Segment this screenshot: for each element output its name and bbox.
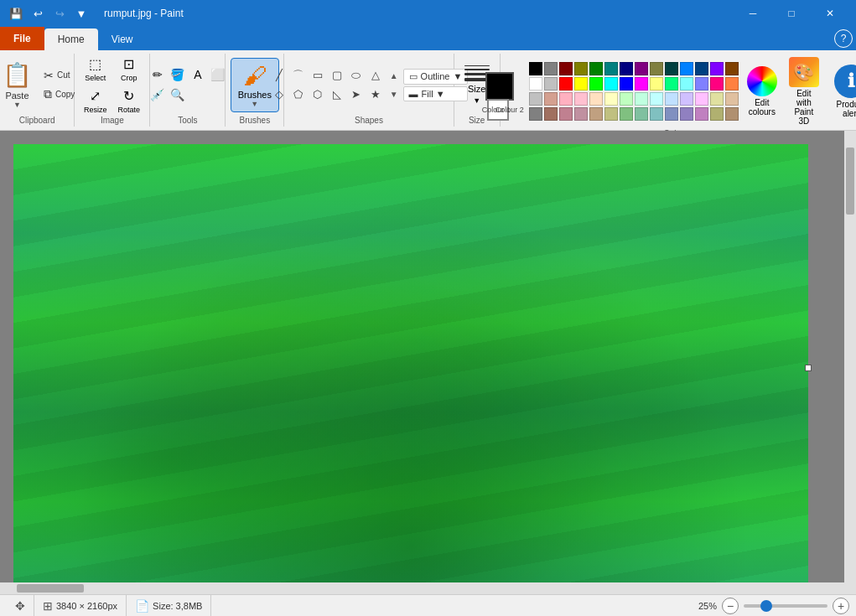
shape-arrow[interactable]: ➤ (347, 85, 366, 104)
shapes-down-btn[interactable]: ▼ (388, 85, 400, 102)
palette-swatch-r2-c11[interactable] (680, 77, 693, 91)
palette-swatch-r1-c7[interactable] (620, 62, 633, 75)
palette-swatch-extra-r2-c5[interactable] (589, 107, 603, 121)
tab-file[interactable]: File (0, 27, 44, 50)
close-button[interactable]: ✕ (811, 0, 849, 27)
palette-swatch-extra-r1-c11[interactable] (680, 92, 693, 106)
palette-swatch-r2-c3[interactable] (559, 77, 573, 91)
palette-swatch-r1-c8[interactable] (635, 62, 648, 75)
palette-swatch-r1-c9[interactable] (650, 62, 663, 75)
text-tool[interactable]: A (189, 65, 207, 84)
resize-button[interactable]: ⤢ Resize (80, 85, 112, 116)
select-button[interactable]: ⬚ Select (80, 54, 112, 84)
palette-swatch-extra-r2-c10[interactable] (665, 107, 678, 121)
palette-swatch-r1-c12[interactable] (695, 62, 708, 75)
palette-swatch-r2-c8[interactable] (635, 77, 648, 91)
edit-with-paint3d-button[interactable]: 🎨 Edit with Paint 3D (786, 54, 822, 129)
palette-swatch-extra-r2-c1[interactable] (529, 107, 542, 121)
palette-swatch-extra-r1-c12[interactable] (695, 92, 708, 106)
palette-swatch-r2-c5[interactable] (589, 77, 603, 91)
tab-home[interactable]: Home (44, 28, 98, 50)
palette-swatch-r1-c2[interactable] (544, 62, 558, 75)
palette-swatch-extra-r2-c11[interactable] (680, 107, 693, 121)
scrollbar-thumb-vertical[interactable] (846, 148, 854, 215)
fill-tool[interactable]: 🪣 (169, 65, 187, 84)
palette-swatch-r2-c10[interactable] (665, 77, 678, 91)
palette-swatch-r2-c9[interactable] (650, 77, 663, 91)
palette-swatch-r2-c6[interactable] (604, 77, 618, 91)
palette-swatch-r2-c1[interactable] (529, 77, 542, 91)
maximize-button[interactable]: □ (772, 0, 811, 27)
palette-swatch-extra-r1-c13[interactable] (710, 92, 724, 106)
palette-swatch-r1-c4[interactable] (574, 62, 588, 75)
scrollbar-horizontal[interactable] (0, 582, 844, 594)
palette-swatch-extra-r1-c14[interactable] (725, 92, 739, 106)
cut-button[interactable]: ✂ Cut (40, 67, 78, 84)
shape-diamond[interactable]: ◇ (270, 85, 288, 104)
palette-swatch-extra-r1-c2[interactable] (544, 92, 558, 106)
palette-swatch-extra-r2-c2[interactable] (544, 107, 558, 121)
zoom-slider[interactable] (744, 604, 827, 608)
palette-swatch-extra-r1-c7[interactable] (620, 92, 633, 106)
shape-right-triangle[interactable]: ◺ (328, 85, 346, 104)
palette-swatch-extra-r1-c9[interactable] (650, 92, 663, 106)
color-picker-tool[interactable]: 💉 (148, 85, 167, 104)
undo-quick-btn[interactable]: ↩ (29, 4, 47, 23)
palette-swatch-r1-c5[interactable] (589, 62, 603, 75)
palette-swatch-extra-r1-c8[interactable] (635, 92, 648, 106)
shape-ellipse[interactable]: ⬭ (347, 66, 366, 85)
palette-swatch-r2-c7[interactable] (620, 77, 633, 91)
palette-swatch-r1-c11[interactable] (680, 62, 693, 75)
eraser-tool[interactable]: ⬜ (209, 65, 227, 84)
palette-swatch-extra-r1-c1[interactable] (529, 92, 542, 106)
palette-swatch-r1-c6[interactable] (604, 62, 618, 75)
palette-swatch-extra-r2-c3[interactable] (559, 107, 573, 121)
scrollbar-vertical[interactable] (844, 131, 856, 582)
zoom-slider-thumb[interactable] (760, 600, 772, 612)
palette-swatch-r1-c14[interactable] (725, 62, 739, 75)
shape-triangle[interactable]: △ (366, 66, 385, 85)
shape-rect[interactable]: ▭ (309, 66, 327, 85)
palette-swatch-r2-c14[interactable] (725, 77, 739, 91)
zoom-in-button[interactable]: + (833, 598, 849, 614)
palette-swatch-extra-r1-c4[interactable] (574, 92, 588, 106)
edit-colours-button[interactable]: Edit colours (744, 63, 781, 120)
palette-swatch-extra-r2-c12[interactable] (695, 107, 708, 121)
shape-curve[interactable]: ⌒ (289, 66, 308, 85)
palette-swatch-r1-c10[interactable] (665, 62, 678, 75)
palette-swatch-extra-r2-c4[interactable] (574, 107, 588, 121)
copy-button[interactable]: ⧉ Copy (40, 85, 78, 103)
palette-swatch-r2-c4[interactable] (574, 77, 588, 91)
palette-swatch-extra-r1-c6[interactable] (604, 92, 618, 106)
palette-swatch-extra-r2-c6[interactable] (604, 107, 618, 121)
save-quick-btn[interactable]: 💾 (7, 4, 25, 23)
palette-swatch-extra-r1-c5[interactable] (589, 92, 603, 106)
palette-swatch-r2-c13[interactable] (710, 77, 724, 91)
palette-swatch-r1-c3[interactable] (559, 62, 573, 75)
palette-swatch-extra-r2-c7[interactable] (620, 107, 633, 121)
help-button[interactable]: ? (834, 29, 853, 48)
palette-swatch-extra-r2-c9[interactable] (650, 107, 663, 121)
crop-button[interactable]: ⊡ Crop (113, 54, 145, 84)
palette-swatch-extra-r2-c14[interactable] (725, 107, 739, 121)
shapes-up-btn[interactable]: ▲ (388, 67, 400, 84)
pencil-tool[interactable]: ✏ (148, 65, 167, 84)
canvas-image[interactable] (13, 144, 808, 591)
shape-pentagon[interactable]: ⬠ (289, 85, 308, 104)
palette-swatch-r1-c1[interactable] (529, 62, 542, 75)
shape-hexagon[interactable]: ⬡ (309, 85, 327, 104)
palette-swatch-extra-r1-c10[interactable] (665, 92, 678, 106)
palette-swatch-r2-c2[interactable] (544, 77, 558, 91)
shape-roundrect[interactable]: ▢ (328, 66, 346, 85)
dropdown-quick-btn[interactable]: ▼ (72, 4, 91, 23)
scrollbar-thumb-horizontal[interactable] (17, 584, 84, 593)
resize-handle-rm[interactable] (805, 365, 812, 371)
zoom-out-button[interactable]: − (722, 598, 739, 614)
palette-swatch-extra-r1-c3[interactable] (559, 92, 573, 106)
palette-swatch-r2-c12[interactable] (695, 77, 708, 91)
tab-view[interactable]: View (98, 28, 147, 50)
rotate-button[interactable]: ↻ Rotate (113, 85, 145, 116)
redo-quick-btn[interactable]: ↪ (50, 4, 69, 23)
shape-line[interactable]: ╱ (270, 66, 288, 85)
palette-swatch-extra-r2-c13[interactable] (710, 107, 724, 121)
